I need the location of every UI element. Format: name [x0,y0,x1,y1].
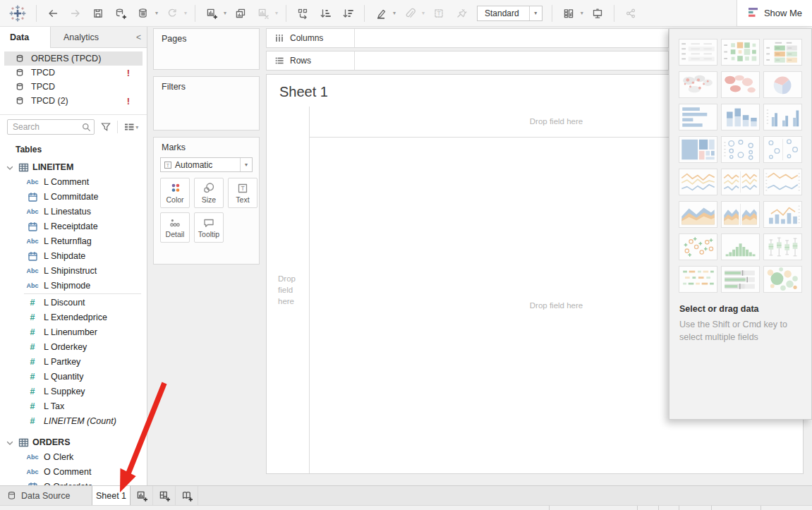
duplicate-sheet-button[interactable] [231,4,250,23]
sort-descending-button[interactable] [339,4,357,23]
showme-scatter-plot[interactable] [679,233,717,260]
clear-sheet-button-caret[interactable]: ▾ [275,10,281,16]
sheet-tab-sheet-1[interactable]: Sheet 1 [92,486,131,505]
data-source-item[interactable]: TPCD! [4,66,143,80]
save-button[interactable] [89,4,107,23]
showme-stacked-bars[interactable] [721,104,760,130]
collapse-pane-icon[interactable]: < [136,32,141,42]
field-item[interactable]: #LINEITEM (Count) [0,413,147,428]
show-mark-labels-button[interactable]: T [430,4,448,23]
sort-ascending-button[interactable] [316,4,334,23]
chevron-down-icon[interactable] [6,164,14,174]
showme-horizontal-bars[interactable] [679,104,717,130]
pause-auto-updates-button[interactable] [134,4,152,23]
field-item[interactable]: AbcO Comment [0,464,147,479]
field-item[interactable]: AbcL Shipmode [0,278,147,293]
data-source-tab[interactable]: Data Source [0,486,92,505]
search-box[interactable] [7,119,95,135]
pause-auto-updates-button-caret[interactable]: ▾ [155,10,161,16]
new-story-button[interactable] [176,486,198,505]
showme-dual-combination[interactable] [763,201,802,228]
marks-detail-button[interactable]: Detail [160,212,190,243]
field-item[interactable]: AbcL Linestatus [0,204,147,219]
data-source-item[interactable]: TPCD (2)! [4,94,143,108]
fix-axes-button[interactable] [452,4,471,23]
marks-color-button[interactable]: Color [160,178,190,208]
share-workbook-button[interactable] [622,4,640,23]
showme-circle-views[interactable] [721,136,760,163]
data-source-item[interactable]: ORDERS (TPCD) [4,51,143,66]
highlight-button-caret[interactable]: ▾ [393,10,399,16]
show-hide-cards-button-caret[interactable]: ▾ [581,10,586,16]
field-item[interactable]: AbcL Returnflag [0,233,147,248]
showme-lines-continuous[interactable] [679,169,717,195]
filter-fields-icon[interactable] [100,121,111,133]
run-auto-updates-button[interactable] [163,4,181,23]
new-worksheet-button[interactable] [131,486,153,505]
new-dashboard-button[interactable] [153,486,176,505]
field-item[interactable]: L Commitdate [0,189,147,204]
field-item[interactable]: O Orderdate [0,479,147,485]
fit-selector[interactable]: Standard▾ [477,6,543,21]
field-item[interactable]: L Receiptdate [0,219,147,233]
showme-histogram[interactable] [721,233,760,260]
redo-button[interactable] [66,4,85,23]
showme-pie-chart[interactable] [763,71,802,98]
marks-tooltip-button[interactable]: Tooltip [194,212,224,243]
field-item[interactable]: #L Discount [0,295,147,310]
new-worksheet-button[interactable] [202,4,221,23]
swap-rows-columns-button[interactable] [293,4,312,23]
tab-analytics[interactable]: Analytics [63,32,99,42]
field-item[interactable]: #L Linenumber [0,324,147,339]
showme-side-by-side-circles[interactable] [763,136,802,163]
marks-text-button[interactable]: TText [228,178,257,208]
drop-zone-rows[interactable]: Drop field here [267,107,309,473]
showme-box-and-whisker[interactable] [763,233,802,260]
fit-selector-caret[interactable]: ▾ [529,6,542,20]
field-item[interactable]: L Shipdate [0,248,147,263]
field-item[interactable]: #L Quantity [0,369,147,384]
showme-side-by-side-bars[interactable] [763,104,802,130]
group-members-button-caret[interactable]: ▾ [422,10,428,16]
highlight-button[interactable] [372,4,390,23]
rows-shelf[interactable]: Rows [266,51,669,71]
new-data-source-button[interactable] [111,4,130,23]
table-group-orders[interactable]: ORDERS [0,435,147,449]
field-item[interactable]: #L Extendedprice [0,310,147,324]
showme-highlight-table[interactable] [721,39,760,66]
tab-data[interactable]: Data [0,27,51,48]
field-item[interactable]: #L Orderkey [0,339,147,354]
field-item[interactable]: #L Partkey [0,354,147,369]
showme-area-continuous[interactable] [679,201,717,228]
showme-bullet-graph[interactable] [721,266,760,293]
field-item[interactable]: AbcL Comment [0,174,147,189]
showme-area-discrete[interactable] [721,201,760,228]
group-members-button[interactable] [401,4,419,23]
view-options-icon[interactable] [123,121,135,133]
presentation-mode-button[interactable] [588,4,607,23]
showme-dual-lines[interactable] [763,169,802,195]
view-options-caret[interactable]: ▾ [135,124,141,130]
showme-filled-map[interactable] [721,71,760,98]
show-me-button[interactable]: Show Me [737,0,812,27]
columns-shelf[interactable]: Columns [266,28,669,48]
filters-shelf[interactable]: Filters [153,76,260,130]
table-group-lineitem[interactable]: LINEITEM [0,160,147,174]
clear-sheet-button[interactable] [254,4,272,23]
data-source-item[interactable]: TPCD [4,80,143,94]
new-worksheet-button-caret[interactable]: ▾ [224,10,229,16]
mark-type-dropdown[interactable]: T Automatic ▾ [160,157,253,172]
field-item[interactable]: #L Tax [0,399,147,413]
show-hide-cards-button[interactable] [559,4,578,23]
marks-size-button[interactable]: Size [194,178,224,208]
showme-gantt[interactable] [679,266,717,293]
showme-packed-bubbles[interactable] [763,266,802,293]
pages-shelf[interactable]: Pages [153,28,260,70]
field-item[interactable]: AbcL Shipinstruct [0,263,147,278]
showme-text-table[interactable] [679,39,717,66]
field-item[interactable]: AbcO Clerk [0,449,147,464]
showme-lines-discrete[interactable] [721,169,760,195]
showme-heat-map[interactable] [763,39,802,66]
chevron-down-icon[interactable] [6,439,14,449]
mark-type-caret[interactable]: ▾ [240,158,252,171]
